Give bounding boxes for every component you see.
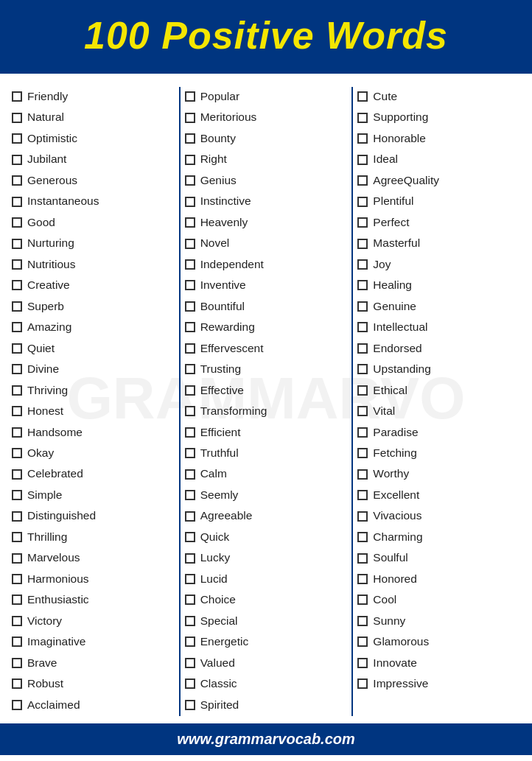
checkbox-icon[interactable] — [12, 133, 22, 144]
checkbox-icon[interactable] — [185, 322, 195, 332]
checkbox-icon[interactable] — [185, 616, 195, 626]
checkbox-icon[interactable] — [357, 406, 368, 416]
checkbox-icon[interactable] — [185, 385, 195, 396]
checkbox-icon[interactable] — [12, 678, 22, 689]
list-item: Innovate — [356, 653, 519, 673]
checkbox-icon[interactable] — [357, 301, 368, 312]
checkbox-icon[interactable] — [357, 364, 368, 374]
checkbox-icon[interactable] — [185, 553, 195, 564]
checkbox-icon[interactable] — [185, 574, 195, 584]
checkbox-icon[interactable] — [12, 595, 22, 605]
word-label: Jubilant — [27, 151, 66, 167]
checkbox-icon[interactable] — [357, 469, 368, 480]
checkbox-icon[interactable] — [357, 532, 368, 542]
checkbox-icon[interactable] — [357, 91, 368, 102]
checkbox-icon[interactable] — [357, 511, 368, 522]
checkbox-icon[interactable] — [12, 343, 22, 354]
checkbox-icon[interactable] — [357, 175, 368, 186]
list-item: Celebrated — [10, 464, 173, 483]
checkbox-icon[interactable] — [12, 616, 22, 626]
checkbox-icon[interactable] — [357, 448, 368, 458]
list-item: Bounty — [183, 129, 346, 148]
list-item: Excellent — [356, 485, 519, 505]
list-item: Bountiful — [183, 297, 346, 316]
checkbox-icon[interactable] — [185, 175, 195, 186]
checkbox-icon[interactable] — [185, 469, 195, 480]
checkbox-icon[interactable] — [357, 343, 368, 354]
checkbox-icon[interactable] — [12, 469, 22, 480]
checkbox-icon[interactable] — [12, 553, 22, 564]
checkbox-icon[interactable] — [185, 658, 195, 668]
checkbox-icon[interactable] — [185, 532, 195, 542]
checkbox-icon[interactable] — [357, 678, 368, 689]
checkbox-icon[interactable] — [185, 511, 195, 522]
checkbox-icon[interactable] — [357, 197, 368, 207]
checkbox-icon[interactable] — [12, 406, 22, 416]
checkbox-icon[interactable] — [185, 113, 195, 123]
checkbox-icon[interactable] — [12, 197, 22, 207]
checkbox-icon[interactable] — [185, 490, 195, 500]
checkbox-icon[interactable] — [185, 636, 195, 647]
checkbox-icon[interactable] — [12, 113, 22, 123]
checkbox-icon[interactable] — [357, 239, 368, 249]
checkbox-icon[interactable] — [357, 574, 368, 584]
checkbox-icon[interactable] — [357, 427, 368, 438]
checkbox-icon[interactable] — [185, 239, 195, 249]
checkbox-icon[interactable] — [185, 301, 195, 312]
word-label: Bountiful — [200, 298, 245, 315]
checkbox-icon[interactable] — [12, 280, 22, 290]
checkbox-icon[interactable] — [357, 616, 368, 626]
checkbox-icon[interactable] — [185, 427, 195, 438]
checkbox-icon[interactable] — [185, 91, 195, 102]
checkbox-icon[interactable] — [357, 259, 368, 270]
checkbox-icon[interactable] — [12, 511, 22, 522]
list-item: Choice — [183, 590, 346, 609]
checkbox-icon[interactable] — [12, 532, 22, 542]
checkbox-icon[interactable] — [185, 595, 195, 605]
checkbox-icon[interactable] — [12, 636, 22, 647]
checkbox-icon[interactable] — [185, 155, 195, 165]
checkbox-icon[interactable] — [12, 259, 22, 270]
checkbox-icon[interactable] — [357, 658, 368, 668]
checkbox-icon[interactable] — [357, 217, 368, 228]
checkbox-icon[interactable] — [12, 155, 22, 165]
checkbox-icon[interactable] — [185, 133, 195, 144]
checkbox-icon[interactable] — [357, 322, 368, 332]
checkbox-icon[interactable] — [12, 217, 22, 228]
checkbox-icon[interactable] — [185, 197, 195, 207]
checkbox-icon[interactable] — [357, 155, 368, 165]
checkbox-icon[interactable] — [357, 113, 368, 123]
checkbox-icon[interactable] — [12, 574, 22, 584]
checkbox-icon[interactable] — [185, 280, 195, 290]
list-item: Cool — [356, 590, 519, 609]
checkbox-icon[interactable] — [12, 427, 22, 438]
checkbox-icon[interactable] — [357, 490, 368, 500]
list-item: Upstanding — [356, 360, 519, 379]
checkbox-icon[interactable] — [12, 490, 22, 500]
checkbox-icon[interactable] — [185, 678, 195, 689]
checkbox-icon[interactable] — [185, 448, 195, 458]
checkbox-icon[interactable] — [185, 217, 195, 228]
word-label: Creative — [27, 277, 70, 293]
checkbox-icon[interactable] — [12, 385, 22, 396]
checkbox-icon[interactable] — [185, 406, 195, 416]
checkbox-icon[interactable] — [357, 553, 368, 564]
checkbox-icon[interactable] — [185, 259, 195, 270]
checkbox-icon[interactable] — [357, 133, 368, 144]
checkbox-icon[interactable] — [357, 636, 368, 647]
checkbox-icon[interactable] — [12, 301, 22, 312]
checkbox-icon[interactable] — [12, 700, 22, 710]
checkbox-icon[interactable] — [12, 658, 22, 668]
checkbox-icon[interactable] — [185, 364, 195, 374]
checkbox-icon[interactable] — [12, 91, 22, 102]
checkbox-icon[interactable] — [12, 175, 22, 186]
checkbox-icon[interactable] — [185, 343, 195, 354]
checkbox-icon[interactable] — [12, 322, 22, 332]
checkbox-icon[interactable] — [12, 364, 22, 374]
checkbox-icon[interactable] — [357, 280, 368, 290]
checkbox-icon[interactable] — [12, 448, 22, 458]
checkbox-icon[interactable] — [12, 239, 22, 249]
checkbox-icon[interactable] — [357, 595, 368, 605]
checkbox-icon[interactable] — [357, 385, 368, 396]
checkbox-icon[interactable] — [185, 700, 195, 710]
